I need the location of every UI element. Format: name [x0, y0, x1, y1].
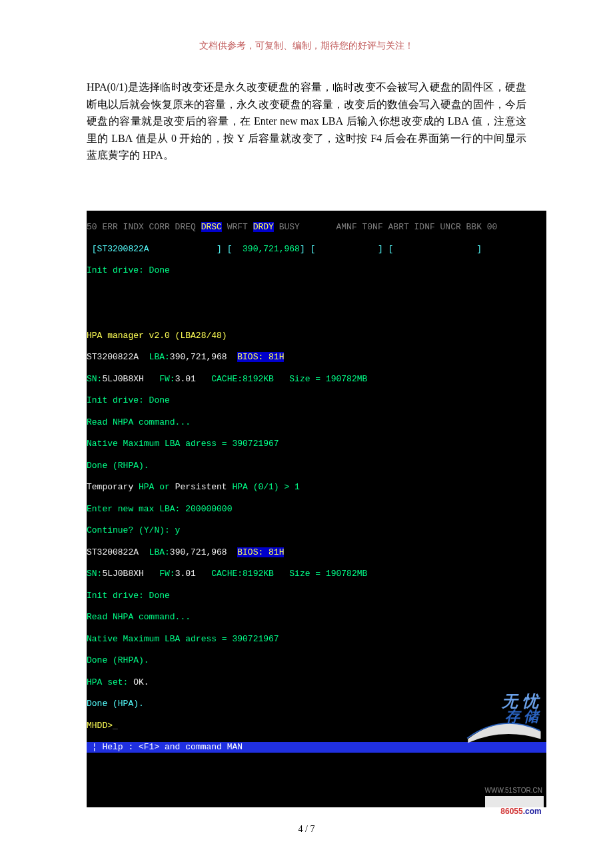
t-hpa: HPA [143, 149, 163, 161]
read-cmd-1: Read NHPA command... [87, 417, 191, 427]
sp2: BUSY [274, 222, 300, 232]
body-paragraph: HPA(0/1)是选择临时改变还是永久改变硬盘的容量，临时改变不会被写入硬盘的固… [87, 79, 526, 164]
t-enter: Enter new max LBA [254, 115, 343, 127]
fw-1: 3.01 [175, 374, 196, 384]
sn-lbl-1: SN: [87, 374, 102, 384]
dev-model-2: ST3200822A [87, 547, 139, 557]
read-cmd-2: Read NHPA command... [87, 612, 191, 622]
init-2: Init drive: Done [87, 395, 170, 405]
logo-strip: 86055.com [485, 796, 544, 807]
bios-1: BIOS: 81H [237, 352, 284, 362]
cache-1: CACHE:8192KB Size = 190782MB [196, 374, 367, 384]
header-note: 文档供参考，可复制、编制，期待您的好评与关注！ [87, 40, 526, 52]
bracket-lba: 390,721,968 [243, 244, 300, 254]
sn-1: 5LJ0B8XH [102, 374, 143, 384]
watermark-line2: 存 储 [505, 707, 538, 726]
t-4: 值是从 [133, 133, 171, 144]
native-1: Native Maximum LBA adress = 390721967 [87, 439, 279, 449]
logo-blue: .com [523, 807, 542, 816]
continue: Continue? (Y/N): y [87, 525, 180, 535]
hpa-title: HPA manager v2.0 (LBA28/48) [87, 331, 227, 341]
dev-model-1: ST3200822A [87, 352, 139, 362]
temporary: Temporary [87, 482, 133, 492]
bios-2: BIOS: 81H [237, 547, 284, 557]
status-flags-right: AMNF T0NF ABRT IDNF UNCR BBK 00 [336, 222, 498, 232]
fw-2: 3.01 [175, 569, 196, 579]
ok: OK. [133, 677, 149, 687]
bracket-model: ST3200822A [97, 244, 149, 254]
hpa-set: HPA set: [87, 677, 133, 687]
fw-lbl-2: FW: [144, 569, 175, 579]
t-f4: F4 [370, 133, 382, 144]
t-lba2: LBA [111, 133, 133, 144]
page-number: 4 / 7 [0, 824, 613, 835]
flag-drsc: DRSC [201, 222, 222, 232]
t-y: Y [237, 133, 245, 144]
status-flags-left: 50 ERR INDX CORR DREQ [87, 222, 201, 232]
lba-lbl-2: LBA: [139, 547, 170, 557]
t-lba: LBA [448, 115, 469, 127]
native-2: Native Maximum LBA adress = 390721967 [87, 634, 279, 644]
t-hpa01: HPA(0/1) [87, 81, 128, 93]
sp4 [227, 547, 238, 557]
enter-lba: Enter new max LBA: 200000000 [87, 504, 232, 514]
done-hpa: Done (HPA). [87, 699, 144, 709]
t-2: 后输入你想改变成的 [343, 115, 448, 127]
persistent: Persistent [175, 482, 227, 492]
sn-lbl-2: SN: [87, 569, 102, 579]
t-5: 开始的，按 [177, 133, 237, 144]
sp1: WRFT [222, 222, 253, 232]
q2: HPA (0/1) > 1 [227, 482, 300, 492]
t-8: 。 [163, 149, 174, 161]
lba-val-2: 390,721,968 [170, 547, 227, 557]
flag-drdy: DRDY [253, 222, 274, 232]
sp3 [227, 352, 238, 362]
lba-val-1: 390,721,968 [170, 352, 227, 362]
logo-red: 86055 [500, 807, 522, 816]
t-zero: 0 [171, 133, 177, 144]
t-6: 后容量就改变了，这时按 [245, 133, 370, 144]
cache-2: CACHE:8192KB Size = 190782MB [196, 569, 367, 579]
sn-2: 5LJ0B8XH [102, 569, 143, 579]
watermark-logo: 无 忧 存 储 [462, 694, 542, 790]
done-rhpa-1: Done (RHPA). [87, 461, 149, 471]
done-rhpa-2: Done (RHPA). [87, 655, 149, 665]
init-1: Init drive: Done [87, 265, 170, 275]
cursor: _ [113, 721, 118, 731]
fw-lbl-1: FW: [144, 374, 175, 384]
init-3: Init drive: Done [87, 591, 170, 601]
or: HPA or [133, 482, 175, 492]
watermark-url: WWW.51STOR.CN [485, 787, 542, 795]
mhdd-prompt: MHDD> [87, 721, 113, 731]
lba-lbl-1: LBA: [139, 352, 170, 362]
terminal-screenshot: 50 ERR INDX CORR DREQ DRSC WRFT DRDY BUS… [87, 211, 546, 807]
